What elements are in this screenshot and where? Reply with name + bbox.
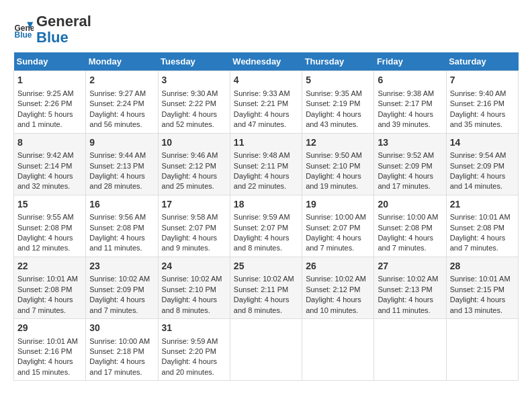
sunrise: Sunrise: 9:40 AM xyxy=(450,89,506,97)
calendar-cell: 18Sunrise: 9:59 AMSunset: 2:07 PMDayligh… xyxy=(230,195,302,257)
day-number: 31 xyxy=(162,322,226,335)
daylight: Daylight: 4 hours and 28 minutes. xyxy=(89,172,145,190)
sunrise: Sunrise: 10:02 AM xyxy=(378,275,438,283)
weekday-header-friday: Friday xyxy=(374,52,446,71)
weekday-header-tuesday: Tuesday xyxy=(158,52,230,71)
daylight: Daylight: 4 hours and 7 minutes. xyxy=(17,295,73,314)
calendar-cell: 25Sunrise: 10:02 AMSunset: 2:11 PMDaylig… xyxy=(230,257,302,318)
sunrise: Sunrise: 9:58 AM xyxy=(162,213,218,221)
day-number: 12 xyxy=(306,136,370,150)
sunset: Sunset: 2:09 PM xyxy=(89,285,144,293)
day-number: 4 xyxy=(234,74,298,87)
sunset: Sunset: 2:08 PM xyxy=(89,224,144,232)
day-number: 6 xyxy=(378,74,442,87)
day-number: 10 xyxy=(162,136,226,150)
sunset: Sunset: 2:16 PM xyxy=(17,347,72,355)
daylight: Daylight: 4 hours and 11 minutes. xyxy=(378,295,433,314)
calendar-cell: 19Sunrise: 10:00 AMSunset: 2:07 PMDaylig… xyxy=(302,195,374,257)
sunset: Sunset: 2:13 PM xyxy=(89,162,144,170)
sunrise: Sunrise: 9:48 AM xyxy=(234,151,290,159)
sunrise: Sunrise: 9:59 AM xyxy=(162,337,218,345)
daylight: Daylight: 4 hours and 9 minutes. xyxy=(162,234,218,252)
calendar-cell: 1Sunrise: 9:25 AMSunset: 2:26 PMDaylight… xyxy=(14,71,86,133)
daylight: Daylight: 4 hours and 8 minutes. xyxy=(234,295,290,314)
daylight: Daylight: 4 hours and 15 minutes. xyxy=(17,357,73,375)
daylight: Daylight: 4 hours and 43 minutes. xyxy=(306,110,361,128)
calendar-cell: 16Sunrise: 9:56 AMSunset: 2:08 PMDayligh… xyxy=(86,195,158,257)
calendar-cell: 3Sunrise: 9:30 AMSunset: 2:22 PMDaylight… xyxy=(158,71,230,133)
day-number: 13 xyxy=(378,136,442,150)
sunrise: Sunrise: 10:02 AM xyxy=(306,275,366,283)
sunrise: Sunrise: 10:01 AM xyxy=(450,275,511,283)
sunrise: Sunrise: 9:54 AM xyxy=(450,151,506,159)
daylight: Daylight: 4 hours and 8 minutes. xyxy=(162,295,218,314)
daylight: Daylight: 4 hours and 32 minutes. xyxy=(17,172,73,190)
day-number: 27 xyxy=(378,260,442,273)
day-number: 16 xyxy=(89,198,154,212)
sunset: Sunset: 2:10 PM xyxy=(162,285,216,293)
calendar-cell: 22Sunrise: 10:01 AMSunset: 2:08 PMDaylig… xyxy=(14,257,86,318)
logo: General Blue General Blue xyxy=(13,13,91,46)
day-number: 24 xyxy=(162,260,226,273)
daylight: Daylight: 4 hours and 20 minutes. xyxy=(162,357,218,375)
day-number: 22 xyxy=(17,260,82,273)
calendar-cell: 30Sunrise: 10:00 AMSunset: 2:18 PMDaylig… xyxy=(86,319,158,381)
sunset: Sunset: 2:16 PM xyxy=(450,99,504,107)
daylight: Daylight: 4 hours and 35 minutes. xyxy=(450,110,506,128)
calendar-cell: 27Sunrise: 10:02 AMSunset: 2:13 PMDaylig… xyxy=(374,257,446,318)
day-number: 17 xyxy=(162,198,226,212)
calendar-cell: 10Sunrise: 9:46 AMSunset: 2:12 PMDayligh… xyxy=(158,133,230,195)
svg-text:Blue: Blue xyxy=(15,30,32,40)
day-number: 2 xyxy=(89,74,154,87)
sunset: Sunset: 2:26 PM xyxy=(17,99,72,107)
calendar-cell: 24Sunrise: 10:02 AMSunset: 2:10 PMDaylig… xyxy=(158,257,230,318)
sunset: Sunset: 2:08 PM xyxy=(17,224,72,232)
day-number: 23 xyxy=(89,260,154,273)
daylight: Daylight: 4 hours and 39 minutes. xyxy=(378,110,433,128)
sunrise: Sunrise: 10:01 AM xyxy=(17,275,78,283)
daylight: Daylight: 4 hours and 17 minutes. xyxy=(378,172,433,190)
day-number: 19 xyxy=(306,198,370,212)
calendar-cell: 13Sunrise: 9:52 AMSunset: 2:09 PMDayligh… xyxy=(374,133,446,195)
sunrise: Sunrise: 9:46 AM xyxy=(162,151,218,159)
day-number: 26 xyxy=(306,260,370,273)
day-number: 5 xyxy=(306,74,370,87)
sunset: Sunset: 2:08 PM xyxy=(450,224,504,232)
calendar-cell xyxy=(302,319,374,381)
calendar-table: SundayMondayTuesdayWednesdayThursdayFrid… xyxy=(13,52,519,381)
day-number: 11 xyxy=(234,136,298,150)
day-number: 9 xyxy=(89,136,154,150)
daylight: Daylight: 4 hours and 19 minutes. xyxy=(306,172,361,190)
calendar-cell xyxy=(230,319,302,381)
sunrise: Sunrise: 9:55 AM xyxy=(17,213,74,221)
sunrise: Sunrise: 9:56 AM xyxy=(89,213,146,221)
calendar-cell: 26Sunrise: 10:02 AMSunset: 2:12 PMDaylig… xyxy=(302,257,374,318)
sunset: Sunset: 2:09 PM xyxy=(378,162,432,170)
day-number: 8 xyxy=(17,136,82,150)
sunset: Sunset: 2:11 PM xyxy=(234,285,288,293)
sunset: Sunset: 2:17 PM xyxy=(378,99,432,107)
sunset: Sunset: 2:18 PM xyxy=(89,347,144,355)
calendar-cell: 17Sunrise: 9:58 AMSunset: 2:07 PMDayligh… xyxy=(158,195,230,257)
day-number: 3 xyxy=(162,74,226,87)
calendar-cell: 8Sunrise: 9:42 AMSunset: 2:14 PMDaylight… xyxy=(14,133,86,195)
sunset: Sunset: 2:24 PM xyxy=(89,99,144,107)
daylight: Daylight: 4 hours and 8 minutes. xyxy=(234,234,290,252)
calendar-cell: 20Sunrise: 10:00 AMSunset: 2:08 PMDaylig… xyxy=(374,195,446,257)
daylight: Daylight: 4 hours and 12 minutes. xyxy=(17,234,73,252)
calendar-cell: 9Sunrise: 9:44 AMSunset: 2:13 PMDaylight… xyxy=(86,133,158,195)
sunrise: Sunrise: 9:30 AM xyxy=(162,89,218,97)
sunset: Sunset: 2:22 PM xyxy=(162,99,216,107)
sunrise: Sunrise: 9:25 AM xyxy=(17,89,74,97)
daylight: Daylight: 5 hours and 1 minute. xyxy=(17,110,73,128)
calendar-cell xyxy=(446,319,518,381)
sunrise: Sunrise: 9:27 AM xyxy=(89,89,146,97)
calendar-cell: 12Sunrise: 9:50 AMSunset: 2:10 PMDayligh… xyxy=(302,133,374,195)
sunrise: Sunrise: 9:33 AM xyxy=(234,89,290,97)
daylight: Daylight: 4 hours and 10 minutes. xyxy=(306,295,361,314)
day-number: 18 xyxy=(234,198,298,212)
calendar-cell: 2Sunrise: 9:27 AMSunset: 2:24 PMDaylight… xyxy=(86,71,158,133)
weekday-header-wednesday: Wednesday xyxy=(230,52,302,71)
day-number: 20 xyxy=(378,198,442,212)
calendar-cell: 6Sunrise: 9:38 AMSunset: 2:17 PMDaylight… xyxy=(374,71,446,133)
